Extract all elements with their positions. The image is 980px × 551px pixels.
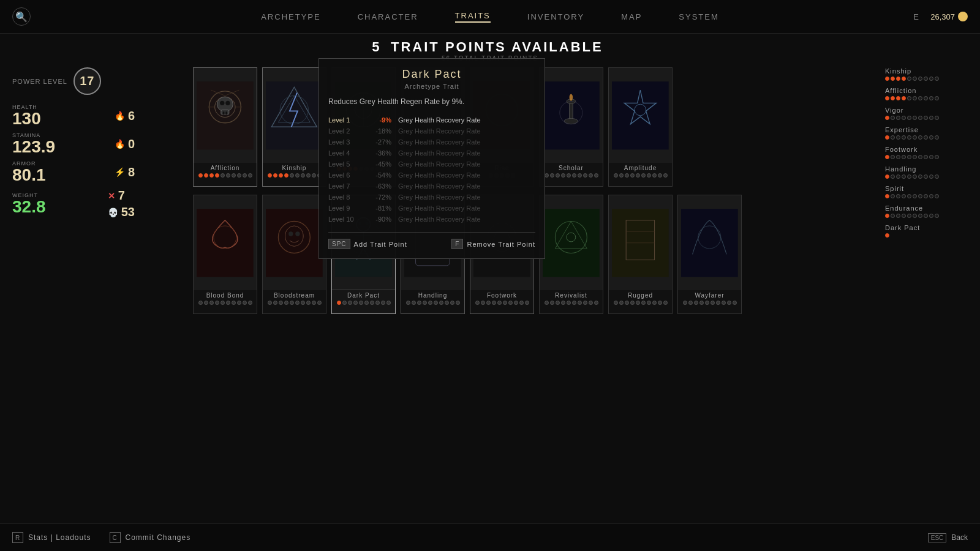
sidebar-dot: [913, 77, 917, 81]
trait-card-blood-bond[interactable]: Blood Bond: [193, 195, 257, 314]
nav-map[interactable]: MAP: [621, 12, 642, 21]
dot: [475, 301, 480, 305]
power-level-badge: 17: [74, 67, 101, 95]
add-trait-button[interactable]: SPC Add Trait Point: [328, 239, 407, 249]
tooltip-level-row: Level 6-54% Grey Health Recovery Rate: [328, 170, 535, 181]
dot: [198, 301, 203, 305]
add-label: Add Trait Point: [354, 241, 407, 248]
commit-changes-action[interactable]: C Commit Changes: [110, 532, 191, 543]
kinship-art: [263, 68, 326, 163]
dot: [237, 301, 241, 305]
dot: [578, 173, 582, 178]
nav-character[interactable]: CHARACTER: [358, 12, 418, 21]
skull-icon: 💀: [108, 208, 118, 217]
nav-inventory[interactable]: INVENTORY: [527, 12, 584, 21]
dot: [279, 173, 283, 178]
dot: [381, 301, 385, 305]
stamina-stat-row: STAMINA 123.9 🔥 0: [12, 132, 135, 156]
sidebar-dot: [935, 194, 939, 198]
dot: [215, 173, 219, 178]
trait-card-bloodstream[interactable]: Bloodstream: [262, 195, 326, 314]
trait-points-available: 5 TRAIT POINTS AVAILABLE: [372, 39, 608, 55]
revivalist-svg: [543, 200, 600, 286]
sidebar-dot: [929, 194, 933, 198]
kinship-name: Kinship: [281, 163, 308, 173]
dot: [688, 301, 693, 305]
dot: [284, 173, 288, 178]
dark-pact-name: Dark Pact: [346, 290, 381, 301]
dot: [683, 301, 687, 305]
trait-card-revivalist[interactable]: Revivalist: [539, 195, 603, 314]
sidebar-trait-row: Kinship: [885, 67, 980, 81]
svg-rect-7: [223, 111, 225, 114]
sidebar-dot: [885, 233, 889, 238]
sidebar-dot: [924, 116, 928, 120]
sidebar-trait-dots: [885, 214, 980, 218]
dot: [301, 173, 305, 178]
nav-archetype[interactable]: ARCHETYPE: [261, 12, 320, 21]
sidebar-dot: [935, 77, 939, 81]
trait-card-scholar[interactable]: Scholar: [539, 67, 603, 187]
dot: [221, 301, 225, 305]
svg-point-6: [225, 100, 230, 105]
sidebar-dot: [891, 194, 895, 198]
dot: [232, 173, 236, 178]
remove-trait-button[interactable]: F Remove Trait Point: [451, 239, 535, 249]
sidebar-dot: [891, 214, 895, 218]
amplitude-dots: [614, 173, 668, 179]
svg-point-29: [570, 94, 573, 100]
svg-point-3: [217, 97, 233, 111]
sidebar-dot: [902, 174, 906, 179]
sidebar-trait-name: Vigor: [885, 107, 980, 114]
nav-system[interactable]: SYSTEM: [679, 12, 718, 21]
sidebar-trait-name: Dark Pact: [885, 224, 980, 231]
dot: [412, 301, 416, 305]
dot: [722, 301, 726, 305]
dot: [386, 301, 391, 305]
dot: [301, 301, 305, 305]
dot: [578, 301, 582, 305]
trait-card-rugged[interactable]: Rugged: [608, 195, 673, 314]
search-button[interactable]: 🔍: [12, 7, 31, 26]
nav-traits[interactable]: TRAITS: [455, 11, 491, 23]
trait-tooltip: Dark Pact Archetype Trait Reduces Grey H…: [318, 58, 545, 259]
trait-label: TRAIT POINTS AVAILABLE: [391, 39, 603, 54]
sidebar-dot: [885, 77, 889, 81]
health-icon-val: 🔥 6: [115, 109, 135, 123]
dot: [423, 301, 427, 305]
stats-loadouts-action[interactable]: R Stats | Loadouts: [12, 532, 91, 543]
level-label: Level 8: [328, 193, 362, 201]
trait-card-wayfarer[interactable]: Wayfarer: [677, 195, 742, 314]
dot: [439, 301, 443, 305]
trait-card-amplitude[interactable]: Amplitude: [608, 67, 673, 187]
level-desc: Grey Health Recovery Rate: [396, 216, 481, 223]
sidebar-trait-dots: [885, 155, 980, 159]
svg-rect-66: [681, 209, 738, 277]
dot: [652, 301, 657, 305]
dot: [636, 173, 640, 178]
sidebar-dot: [902, 116, 906, 120]
back-action[interactable]: ESC Back: [928, 533, 968, 542]
dot: [545, 301, 549, 305]
sidebar-dot: [902, 194, 906, 198]
armor-icon-val: ⚡ 8: [115, 165, 135, 179]
dot: [273, 301, 277, 305]
stamina-value: 123.9: [12, 138, 55, 156]
trait-card-kinship[interactable]: Kinship: [262, 67, 326, 187]
deaths-icon-val: 💀 53: [108, 205, 135, 219]
dot: [209, 173, 214, 178]
dot: [514, 301, 518, 305]
dot: [268, 173, 272, 178]
sidebar-dot: [891, 77, 895, 81]
dot: [243, 173, 247, 178]
sidebar-dot: [891, 135, 895, 140]
amplitude-art: [609, 68, 672, 163]
trait-card-affliction[interactable]: Affliction: [193, 67, 257, 187]
dot: [594, 301, 598, 305]
sidebar-dot: [902, 135, 906, 140]
sidebar-dot: [929, 214, 933, 218]
sidebar-dot: [929, 77, 933, 81]
dot: [342, 301, 347, 305]
dot: [727, 301, 731, 305]
sidebar-dot: [891, 155, 895, 159]
